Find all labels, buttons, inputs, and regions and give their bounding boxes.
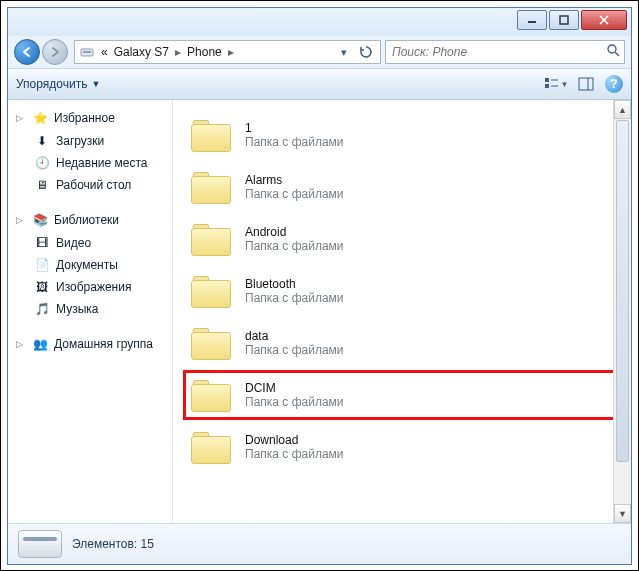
folder-name: 1	[245, 121, 344, 135]
maximize-button[interactable]	[549, 10, 579, 30]
address-dropdown-button[interactable]: ▾	[334, 42, 354, 62]
sidebar-item[interactable]: ⬇Загрузки	[8, 130, 172, 152]
content-pane: 1Папка с файламиAlarmsПапка с файламиAnd…	[173, 100, 631, 523]
organize-label: Упорядочить	[16, 77, 87, 91]
folder-icon	[191, 170, 231, 204]
help-button[interactable]: ?	[605, 75, 623, 93]
folder-icon	[191, 222, 231, 256]
downloads-icon: ⬇	[34, 133, 50, 149]
sidebar: ▷ ⭐ Избранное ⬇Загрузки🕘Недавние места🖥Р…	[8, 100, 173, 523]
organize-menu[interactable]: Упорядочить ▼	[16, 77, 100, 91]
scroll-down-button[interactable]: ▼	[614, 504, 631, 523]
drive-small-icon	[79, 44, 95, 60]
breadcrumb-prefix: «	[101, 45, 108, 59]
sidebar-item-label: Документы	[56, 258, 118, 272]
svg-rect-8	[545, 78, 549, 82]
sidebar-item-label: Изображения	[56, 280, 131, 294]
folder-icon	[191, 378, 231, 412]
folder-name: Download	[245, 433, 344, 447]
back-button[interactable]	[14, 39, 40, 65]
folder-name: Alarms	[245, 173, 344, 187]
sidebar-group-label: Домашняя группа	[54, 337, 153, 351]
folder-icon	[191, 326, 231, 360]
address-bar[interactable]: « Galaxy S7 ▸ Phone ▸ ▾	[74, 40, 381, 64]
folder-type-label: Папка с файлами	[245, 343, 344, 357]
sidebar-item[interactable]: 🕘Недавние места	[8, 152, 172, 174]
forward-button[interactable]	[42, 39, 68, 65]
pictures-icon: 🖼	[34, 279, 50, 295]
folder-name: DCIM	[245, 381, 344, 395]
sidebar-item[interactable]: 📄Документы	[8, 254, 172, 276]
svg-rect-5	[83, 51, 91, 53]
refresh-button[interactable]	[356, 42, 376, 62]
toolbar: Упорядочить ▼ ▼ ?	[8, 68, 631, 100]
sidebar-item-label: Музыка	[56, 302, 98, 316]
folder-item[interactable]: dataПапка с файлами	[183, 318, 621, 368]
explorer-window: « Galaxy S7 ▸ Phone ▸ ▾	[7, 7, 632, 565]
svg-rect-0	[528, 21, 536, 23]
status-label: Элементов: 15	[72, 537, 154, 551]
preview-pane-button[interactable]	[573, 73, 599, 95]
folder-type-label: Папка с файлами	[245, 239, 344, 253]
sidebar-group-label: Библиотеки	[54, 213, 119, 227]
documents-icon: 📄	[34, 257, 50, 273]
minimize-button[interactable]	[517, 10, 547, 30]
titlebar	[8, 8, 631, 36]
sidebar-item[interactable]: 🖥Рабочий стол	[8, 174, 172, 196]
sidebar-item[interactable]: 🎞Видео	[8, 232, 172, 254]
folder-type-label: Папка с файлами	[245, 187, 344, 201]
close-button[interactable]	[581, 10, 627, 30]
nav-row: « Galaxy S7 ▸ Phone ▸ ▾	[8, 36, 631, 68]
svg-rect-12	[579, 78, 593, 90]
folder-icon	[191, 430, 231, 464]
folder-type-label: Папка с файлами	[245, 447, 344, 461]
folder-icon	[191, 118, 231, 152]
folder-item[interactable]: DownloadПапка с файлами	[183, 422, 621, 472]
sidebar-group-homegroup[interactable]: ▷ 👥 Домашняя группа	[8, 332, 172, 356]
scroll-up-button[interactable]: ▲	[614, 100, 631, 119]
search-box[interactable]	[385, 40, 625, 64]
drive-icon	[18, 530, 62, 558]
music-icon: 🎵	[34, 301, 50, 317]
sidebar-item-label: Рабочий стол	[56, 178, 131, 192]
search-icon	[607, 44, 620, 60]
svg-line-7	[615, 52, 619, 56]
scroll-thumb[interactable]	[616, 120, 629, 462]
sidebar-item-label: Загрузки	[56, 134, 104, 148]
sidebar-item[interactable]: 🎵Музыка	[8, 298, 172, 320]
status-bar: Элементов: 15	[8, 523, 631, 564]
folder-item[interactable]: BluetoothПапка с файлами	[183, 266, 621, 316]
chevron-right-icon: ▸	[175, 45, 181, 59]
search-input[interactable]	[390, 44, 603, 60]
libraries-icon: 📚	[32, 212, 48, 228]
view-options-button[interactable]: ▼	[543, 73, 569, 95]
folder-item[interactable]: AndroidПапка с файлами	[183, 214, 621, 264]
collapse-icon: ▷	[16, 113, 26, 123]
svg-rect-1	[560, 16, 568, 24]
folder-item[interactable]: 1Папка с файлами	[183, 110, 621, 160]
breadcrumb-item[interactable]: Galaxy S7	[114, 45, 169, 59]
sidebar-group-libraries[interactable]: ▷ 📚 Библиотеки	[8, 208, 172, 232]
breadcrumb-item[interactable]: Phone	[187, 45, 222, 59]
sidebar-item-label: Недавние места	[56, 156, 147, 170]
chevron-right-icon: ▸	[228, 45, 234, 59]
folder-name: data	[245, 329, 344, 343]
folder-name: Android	[245, 225, 344, 239]
chevron-down-icon: ▼	[91, 79, 100, 89]
scrollbar[interactable]: ▲ ▼	[613, 100, 631, 523]
sidebar-item-label: Видео	[56, 236, 91, 250]
folder-item[interactable]: DCIMПапка с файлами	[183, 370, 621, 420]
folder-name: Bluetooth	[245, 277, 344, 291]
video-icon: 🎞	[34, 235, 50, 251]
folder-type-label: Папка с файлами	[245, 395, 344, 409]
recent-icon: 🕘	[34, 155, 50, 171]
homegroup-icon: 👥	[32, 336, 48, 352]
sidebar-item[interactable]: 🖼Изображения	[8, 276, 172, 298]
nav-buttons	[14, 38, 70, 66]
desktop-icon: 🖥	[34, 177, 50, 193]
collapse-icon: ▷	[16, 339, 26, 349]
folder-icon	[191, 274, 231, 308]
sidebar-group-label: Избранное	[54, 111, 115, 125]
sidebar-group-favorites[interactable]: ▷ ⭐ Избранное	[8, 106, 172, 130]
folder-item[interactable]: AlarmsПапка с файлами	[183, 162, 621, 212]
